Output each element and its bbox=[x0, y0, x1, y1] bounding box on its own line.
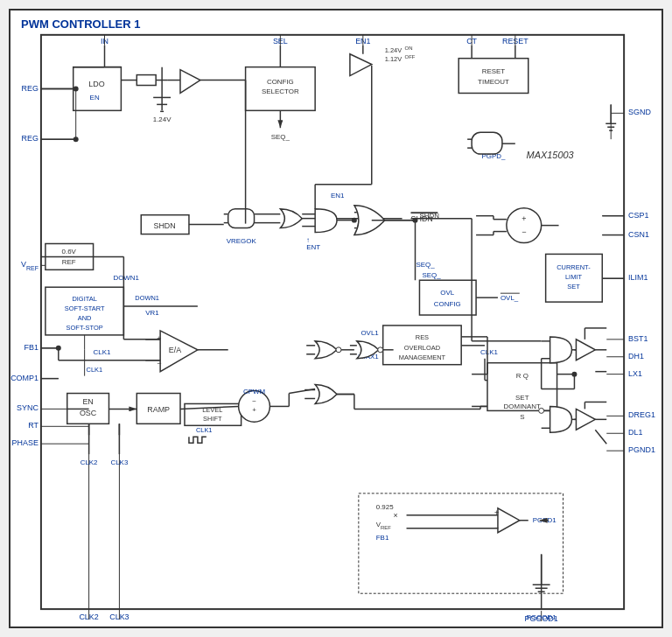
svg-text:CLK1: CLK1 bbox=[480, 348, 498, 356]
svg-text:SOFT-STOP: SOFT-STOP bbox=[66, 324, 103, 332]
svg-text:ON: ON bbox=[405, 46, 413, 51]
svg-text:EN: EN bbox=[82, 397, 93, 406]
svg-text:SYNC: SYNC bbox=[17, 403, 38, 412]
svg-text:PGOOD1: PGOOD1 bbox=[527, 613, 557, 621]
svg-text:CPWM: CPWM bbox=[243, 388, 265, 396]
svg-marker-225 bbox=[576, 340, 595, 360]
svg-rect-89 bbox=[458, 59, 528, 94]
svg-text:−: − bbox=[522, 228, 526, 236]
svg-text:CLK3: CLK3 bbox=[110, 458, 128, 466]
svg-text:E/A: E/A bbox=[169, 346, 181, 354]
svg-text:MAX15003: MAX15003 bbox=[527, 150, 574, 160]
svg-text:LDO: LDO bbox=[88, 80, 104, 88]
svg-marker-250 bbox=[498, 508, 520, 533]
svg-text:LIMIT: LIMIT bbox=[565, 273, 582, 281]
svg-text:0.925: 0.925 bbox=[376, 503, 394, 511]
svg-text:CURRENT-: CURRENT- bbox=[556, 263, 591, 271]
svg-text:REG: REG bbox=[22, 134, 38, 143]
svg-text:VREF: VREF bbox=[376, 521, 392, 530]
svg-text:OSC: OSC bbox=[80, 409, 97, 417]
svg-text:RES: RES bbox=[416, 333, 429, 341]
svg-text:SHIFT: SHIFT bbox=[203, 415, 222, 423]
svg-point-249 bbox=[539, 408, 544, 413]
svg-point-214 bbox=[336, 347, 341, 353]
svg-text:RAMP: RAMP bbox=[147, 405, 170, 414]
svg-text:COMP1: COMP1 bbox=[10, 374, 38, 382]
svg-text:CLK1: CLK1 bbox=[196, 426, 213, 434]
svg-text:SEQ_: SEQ_ bbox=[271, 133, 290, 141]
svg-text:PGND1: PGND1 bbox=[628, 445, 655, 454]
svg-text:OFF: OFF bbox=[405, 54, 416, 60]
svg-text:R    Q: R Q bbox=[516, 372, 528, 380]
svg-text:CLK2: CLK2 bbox=[80, 458, 98, 466]
svg-text:RESET: RESET bbox=[482, 67, 506, 75]
svg-marker-96 bbox=[350, 54, 372, 76]
svg-text:SET: SET bbox=[515, 394, 529, 402]
svg-text:CSP1: CSP1 bbox=[628, 211, 648, 220]
svg-text:OVL_: OVL_ bbox=[500, 294, 519, 302]
svg-text:SOFT-START: SOFT-START bbox=[65, 304, 105, 312]
svg-text:DOWN1: DOWN1 bbox=[135, 294, 159, 302]
svg-text:OVL1: OVL1 bbox=[360, 329, 379, 337]
svg-marker-230 bbox=[576, 409, 595, 430]
svg-rect-61 bbox=[74, 67, 122, 111]
svg-text:CLK1: CLK1 bbox=[94, 348, 111, 356]
svg-text:EN1: EN1 bbox=[331, 192, 345, 200]
svg-text:REG: REG bbox=[22, 84, 38, 93]
svg-text:×: × bbox=[394, 511, 398, 520]
svg-text:DIGITAL: DIGITAL bbox=[72, 295, 96, 303]
svg-text:DL1: DL1 bbox=[628, 428, 642, 437]
svg-text:SHDN: SHDN bbox=[153, 221, 175, 230]
svg-text:TIMEOUT: TIMEOUT bbox=[478, 78, 509, 86]
svg-text:SELECTOR: SELECTOR bbox=[262, 88, 299, 95]
svg-rect-65 bbox=[136, 75, 156, 86]
svg-text:FB1: FB1 bbox=[376, 534, 389, 542]
svg-text:LX1: LX1 bbox=[628, 369, 642, 378]
svg-line-236 bbox=[595, 430, 606, 444]
svg-point-208 bbox=[352, 218, 357, 223]
svg-text:CONFIG: CONFIG bbox=[267, 78, 294, 86]
svg-text:FB1: FB1 bbox=[24, 343, 38, 352]
svg-text:VREF: VREF bbox=[21, 260, 38, 271]
svg-text:EN: EN bbox=[90, 94, 100, 102]
svg-text:−: − bbox=[494, 523, 499, 532]
svg-text:1.12V: 1.12V bbox=[385, 55, 402, 63]
svg-point-221 bbox=[378, 347, 383, 353]
svg-text:0.6V: 0.6V bbox=[62, 248, 77, 256]
svg-rect-109 bbox=[228, 209, 255, 228]
svg-text:VREGOK: VREGOK bbox=[227, 237, 257, 245]
svg-text:SEQ_: SEQ_ bbox=[422, 271, 441, 279]
svg-rect-101 bbox=[472, 132, 502, 154]
svg-text:DH1: DH1 bbox=[628, 352, 644, 360]
svg-text:CONFIG: CONFIG bbox=[434, 300, 461, 308]
svg-text:OVERLOAD: OVERLOAD bbox=[404, 344, 441, 352]
svg-text:SET: SET bbox=[567, 283, 580, 290]
svg-text:AND: AND bbox=[78, 314, 92, 322]
svg-text:CLK1: CLK1 bbox=[87, 366, 103, 374]
svg-text:CSN1: CSN1 bbox=[628, 230, 649, 239]
svg-text:1.24V: 1.24V bbox=[153, 116, 172, 123]
svg-text:1.24V: 1.24V bbox=[385, 46, 402, 54]
svg-text:DOWN1: DOWN1 bbox=[113, 274, 139, 282]
svg-text:S: S bbox=[520, 413, 524, 421]
svg-marker-72 bbox=[180, 70, 200, 94]
svg-text:+: + bbox=[157, 334, 161, 343]
diagram-container: PWM CONTROLLER 1 IN SEL EN1 bbox=[9, 9, 663, 628]
svg-text:DOMINANT: DOMINANT bbox=[504, 402, 541, 410]
svg-text:ENT: ENT bbox=[306, 243, 320, 251]
svg-text:RT: RT bbox=[28, 421, 38, 430]
svg-text:+: + bbox=[522, 214, 526, 223]
svg-rect-164 bbox=[419, 280, 476, 315]
svg-text:MANAGEMENT: MANAGEMENT bbox=[399, 354, 446, 361]
svg-text:OVL: OVL bbox=[440, 289, 454, 297]
svg-text:+: + bbox=[252, 406, 256, 414]
svg-line-279 bbox=[289, 389, 315, 394]
svg-text:SEQ_: SEQ_ bbox=[416, 261, 435, 269]
svg-text:REF: REF bbox=[62, 258, 76, 266]
svg-text:PHASE: PHASE bbox=[12, 438, 38, 447]
svg-text:VR1: VR1 bbox=[145, 309, 159, 317]
svg-text:BST1: BST1 bbox=[628, 334, 648, 343]
svg-text:SGND: SGND bbox=[628, 108, 651, 116]
svg-text:↑: ↑ bbox=[306, 236, 310, 244]
svg-text:−: − bbox=[252, 397, 256, 405]
